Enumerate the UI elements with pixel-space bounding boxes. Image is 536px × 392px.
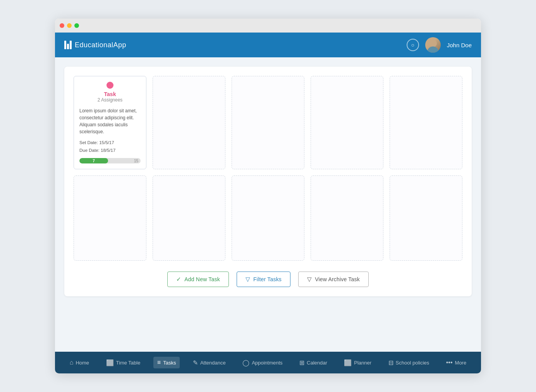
- content-card: Task 2 Assignees Lorem ipsum dolor sit a…: [64, 67, 472, 296]
- browser-window: EducationalApp ○ John Doe Task: [55, 19, 481, 373]
- nav-item-timetable[interactable]: ⬜ Time Table: [102, 357, 144, 369]
- timetable-icon: ⬜: [106, 359, 114, 366]
- nav-item-home-label: Home: [76, 360, 89, 366]
- nav-item-appointments[interactable]: ◯ Appointments: [239, 357, 287, 369]
- task-card-empty-4[interactable]: [390, 76, 462, 169]
- nav-item-calendar-label: Calendar: [307, 360, 327, 366]
- home-icon: ⌂: [70, 359, 74, 366]
- top-nav: EducationalApp ○ John Doe: [55, 33, 481, 57]
- task-description: Lorem ipsum dolor sit amet, consectetur …: [79, 107, 141, 135]
- add-task-button[interactable]: ✓ Add New Task: [167, 272, 229, 287]
- task-card-header: Task 2 Assignees: [79, 82, 141, 103]
- main-content: Task 2 Assignees Lorem ipsum dolor sit a…: [55, 57, 481, 352]
- close-button[interactable]: [60, 23, 64, 28]
- task-title: Task: [104, 91, 116, 97]
- task-grid-row2: [74, 175, 462, 261]
- logo-bar-2: [67, 44, 69, 49]
- archive-icon: ▽: [307, 276, 312, 283]
- nav-item-tasks-label: Tasks: [163, 360, 176, 366]
- bell-icon: ○: [411, 42, 414, 48]
- archive-task-label: View Archive Task: [315, 276, 360, 282]
- task-dates: Set Date: 15/5/17 Due Date: 18/5/17: [79, 139, 141, 154]
- task-status-dot: [107, 82, 113, 89]
- bottom-nav: ⌂ Home ⬜ Time Table ≡ Tasks ✎ Attendance…: [55, 352, 481, 373]
- progress-current: 7: [91, 159, 96, 163]
- nav-item-planner[interactable]: ⬜ Planner: [340, 357, 375, 369]
- task-card-empty-3[interactable]: [311, 76, 383, 169]
- brand: EducationalApp: [64, 41, 126, 49]
- planner-icon: ⬜: [344, 359, 352, 366]
- nav-item-school-policies-label: School policies: [396, 360, 429, 366]
- task-card-empty-2[interactable]: [232, 76, 304, 169]
- maximize-button[interactable]: [74, 23, 79, 28]
- task-progress-fill: 7: [79, 158, 108, 163]
- nav-right: ○ John Doe: [407, 37, 472, 53]
- task-card-empty-1[interactable]: [153, 76, 225, 169]
- logo-bar-1: [64, 41, 66, 49]
- task-card-filled[interactable]: Task 2 Assignees Lorem ipsum dolor sit a…: [74, 76, 146, 169]
- nav-item-school-policies[interactable]: ⊟ School policies: [385, 357, 433, 369]
- tasks-icon: ≡: [157, 359, 161, 366]
- school-policies-icon: ⊟: [388, 359, 393, 366]
- attendance-icon: ✎: [193, 359, 198, 366]
- nav-item-home[interactable]: ⌂ Home: [66, 357, 93, 368]
- task-assignees: 2 Assignees: [98, 97, 123, 103]
- appointments-icon: ◯: [242, 359, 249, 366]
- task-card-empty-5[interactable]: [74, 175, 146, 261]
- browser-titlebar: [55, 19, 481, 33]
- due-date-label: Due Date:: [79, 148, 100, 153]
- bottom-actions: ✓ Add New Task ▽ Filter Tasks ▽ View Arc…: [74, 272, 462, 287]
- nav-item-appointments-label: Appointments: [252, 360, 283, 366]
- checkmark-icon: ✓: [176, 276, 181, 283]
- nav-item-more-label: More: [455, 360, 467, 366]
- task-card-empty-6[interactable]: [153, 175, 225, 261]
- task-progress-bar: 7 15: [79, 158, 141, 163]
- due-date: Due Date: 18/5/17: [79, 147, 141, 155]
- add-task-label: Add New Task: [184, 276, 220, 282]
- task-card-empty-9[interactable]: [390, 175, 462, 261]
- brand-logo: [64, 41, 72, 49]
- brand-name: EducationalApp: [75, 41, 126, 49]
- nav-item-planner-label: Planner: [354, 360, 371, 366]
- avatar-face: [429, 40, 437, 47]
- minimize-button[interactable]: [67, 23, 72, 28]
- username-label: John Doe: [447, 42, 472, 48]
- avatar-body: [427, 46, 439, 53]
- set-date-label: Set Date:: [79, 140, 98, 145]
- view-archive-button[interactable]: ▽ View Archive Task: [298, 272, 369, 287]
- logo-bar-3: [70, 41, 72, 49]
- due-date-value: 18/5/17: [101, 148, 115, 153]
- more-icon: •••: [446, 359, 453, 366]
- nav-item-attendance-label: Attendance: [200, 360, 226, 366]
- progress-total: 15: [134, 159, 138, 163]
- task-card-empty-7[interactable]: [232, 175, 304, 261]
- filter-tasks-button[interactable]: ▽ Filter Tasks: [237, 272, 290, 287]
- notification-bell[interactable]: ○: [407, 39, 419, 51]
- filter-icon: ▽: [246, 276, 250, 283]
- avatar: [425, 37, 441, 53]
- nav-item-attendance[interactable]: ✎ Attendance: [189, 357, 230, 369]
- nav-item-more[interactable]: ••• More: [442, 357, 470, 368]
- set-date: Set Date: 15/5/17: [79, 139, 141, 147]
- task-grid-row1: Task 2 Assignees Lorem ipsum dolor sit a…: [74, 76, 462, 169]
- nav-item-calendar[interactable]: ⊞ Calendar: [295, 357, 331, 369]
- task-card-empty-8[interactable]: [311, 175, 383, 261]
- filter-tasks-label: Filter Tasks: [253, 276, 282, 282]
- set-date-value: 15/5/17: [99, 140, 114, 145]
- nav-item-timetable-label: Time Table: [116, 360, 141, 366]
- calendar-icon: ⊞: [299, 359, 304, 366]
- nav-item-tasks[interactable]: ≡ Tasks: [153, 357, 180, 368]
